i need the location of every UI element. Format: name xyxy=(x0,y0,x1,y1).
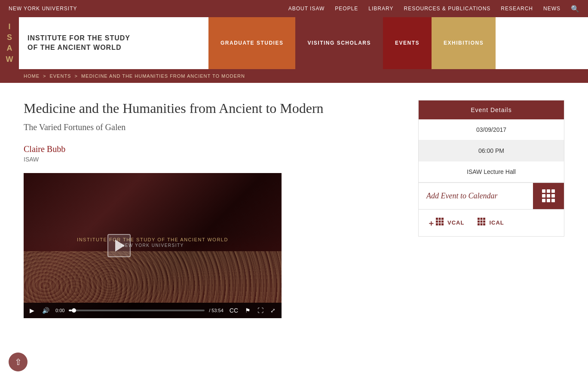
event-title: Medicine and the Humanities from Ancient… xyxy=(24,100,401,116)
svg-rect-3 xyxy=(436,220,438,222)
video-overlay-line2: NEW YORK UNIVERSITY xyxy=(77,243,228,248)
svg-rect-9 xyxy=(478,218,480,220)
crowd-detail xyxy=(24,251,282,303)
vcal-option[interactable]: ＋​ VCAL xyxy=(427,217,464,228)
play-icon xyxy=(115,240,125,252)
breadcrumb-events[interactable]: EVENTS xyxy=(49,73,71,79)
nav-about-isaw[interactable]: ABOUT ISAW xyxy=(288,6,325,12)
svg-rect-8 xyxy=(441,223,444,225)
nav-news[interactable]: NEWS xyxy=(543,6,560,12)
svg-rect-12 xyxy=(478,221,480,223)
vcal-icon: ＋​ xyxy=(427,217,444,228)
volume-button[interactable]: 🔊 xyxy=(40,307,51,314)
video-controls: ▶ 🔊 0:00 / 53:54 CC ⚑ ⛶ ⤢ xyxy=(24,303,282,318)
video-overlay-line1: INSTITUTE FOR THE STUDY OF THE ANCIENT W… xyxy=(77,237,228,242)
vcal-label: VCAL xyxy=(447,219,464,226)
svg-rect-7 xyxy=(439,223,441,225)
svg-rect-17 xyxy=(483,223,485,225)
event-details-card: Event Details 03/09/2017 06:00 PM ISAW L… xyxy=(418,100,564,183)
calendar-options: ＋​ VCAL xyxy=(418,210,564,237)
event-date: 03/09/2017 xyxy=(419,119,564,140)
progress-dot xyxy=(72,308,76,313)
letter-w: W xyxy=(6,54,13,65)
letter-i: I xyxy=(8,21,10,32)
isaw-letters: I S A W xyxy=(0,17,19,69)
svg-rect-14 xyxy=(483,221,485,223)
page-content: Medicine and the Humanities from Ancient… xyxy=(0,83,588,335)
svg-rect-4 xyxy=(439,220,441,222)
progress-fill xyxy=(69,310,71,311)
isaw-logo-block: I S A W INSTITUTE FOR THE STUDY OF THE A… xyxy=(0,17,208,69)
nav-exhibitions[interactable]: EXHIBITIONS xyxy=(432,17,496,69)
ical-option[interactable]: ICAL xyxy=(477,217,504,228)
add-to-calendar-button[interactable]: Add Event to Calendar xyxy=(418,183,564,210)
isaw-title[interactable]: INSTITUTE FOR THE STUDY OF THE ANCIENT W… xyxy=(19,26,139,61)
main-nav: GRADUATE STUDIES VISITING SCHOLARS EVENT… xyxy=(208,17,588,69)
video-overlay-text: INSTITUTE FOR THE STUDY OF THE ANCIENT W… xyxy=(77,237,228,248)
letter-s: S xyxy=(7,32,12,43)
calendar-icon xyxy=(533,183,564,209)
ical-label: ICAL xyxy=(489,219,504,226)
video-player[interactable]: INSTITUTE FOR THE STUDY OF THE ANCIENT W… xyxy=(24,173,282,318)
nav-events[interactable]: EVENTS xyxy=(383,17,432,69)
calendar-grid-icon xyxy=(542,189,555,202)
progress-bar[interactable] xyxy=(69,310,205,311)
svg-rect-5 xyxy=(441,220,444,222)
play-button[interactable] xyxy=(107,234,131,257)
search-button[interactable]: 🔍 xyxy=(571,5,579,13)
nav-people[interactable]: PEOPLE xyxy=(335,6,358,12)
captions-button[interactable]: CC xyxy=(228,307,240,314)
breadcrumb-sep2: > xyxy=(74,73,77,79)
svg-rect-0 xyxy=(436,218,438,220)
header-area: I S A W INSTITUTE FOR THE STUDY OF THE A… xyxy=(0,17,588,69)
add-calendar-label: Add Event to Calendar xyxy=(419,183,533,209)
bookmark-button[interactable]: ⚑ xyxy=(243,307,252,314)
svg-rect-10 xyxy=(481,218,483,220)
main-column: Medicine and the Humanities from Ancient… xyxy=(24,100,401,318)
sidebar-column: Event Details 03/09/2017 06:00 PM ISAW L… xyxy=(418,100,564,318)
breadcrumb: HOME > EVENTS > MEDICINE AND THE HUMANIT… xyxy=(0,69,588,83)
fullscreen-button[interactable]: ⛶ xyxy=(256,307,265,314)
breadcrumb-current: MEDICINE AND THE HUMANITIES FROM ANCIENT… xyxy=(81,73,245,79)
nav-graduate-studies[interactable]: GRADUATE STUDIES xyxy=(208,17,295,69)
nav-library[interactable]: LIBRARY xyxy=(368,6,393,12)
breadcrumb-sep1: > xyxy=(43,73,46,79)
vcal-grid-icon xyxy=(435,217,444,226)
ical-grid-icon xyxy=(477,217,486,226)
svg-rect-15 xyxy=(478,223,480,225)
event-org: ISAW xyxy=(24,156,401,163)
ical-icon xyxy=(477,217,486,228)
extra-controls: CC ⚑ ⛶ ⤢ xyxy=(228,307,277,314)
university-name: NEW YORK UNIVERSITY xyxy=(9,6,77,12)
top-nav-bar: NEW YORK UNIVERSITY ABOUT ISAW PEOPLE LI… xyxy=(0,0,588,17)
svg-rect-11 xyxy=(483,218,485,220)
top-nav-links: ABOUT ISAW PEOPLE LIBRARY RESOURCES & PU… xyxy=(288,5,579,13)
event-details-header: Event Details xyxy=(419,100,564,119)
svg-rect-1 xyxy=(439,218,441,220)
event-subtitle: The Varied Fortunes of Galen xyxy=(24,122,401,132)
event-location: ISAW Lecture Hall xyxy=(419,161,564,182)
svg-rect-13 xyxy=(481,221,483,223)
settings-button[interactable]: ⤢ xyxy=(269,307,277,314)
event-speaker: Claire Bubb xyxy=(24,144,401,154)
event-time: 06:00 PM xyxy=(419,140,564,161)
nav-research[interactable]: RESEARCH xyxy=(501,6,533,12)
total-time: / 53:54 xyxy=(209,308,224,313)
breadcrumb-home[interactable]: HOME xyxy=(24,73,40,79)
play-pause-button[interactable]: ▶ xyxy=(28,307,36,314)
svg-rect-2 xyxy=(441,218,444,220)
svg-rect-16 xyxy=(481,223,483,225)
nav-visiting-scholars[interactable]: VISITING SCHOLARS xyxy=(295,17,383,69)
letter-a: A xyxy=(7,43,12,54)
svg-rect-6 xyxy=(436,223,438,225)
nav-resources[interactable]: RESOURCES & PUBLICATIONS xyxy=(404,6,490,12)
current-time: 0:00 xyxy=(55,308,64,313)
